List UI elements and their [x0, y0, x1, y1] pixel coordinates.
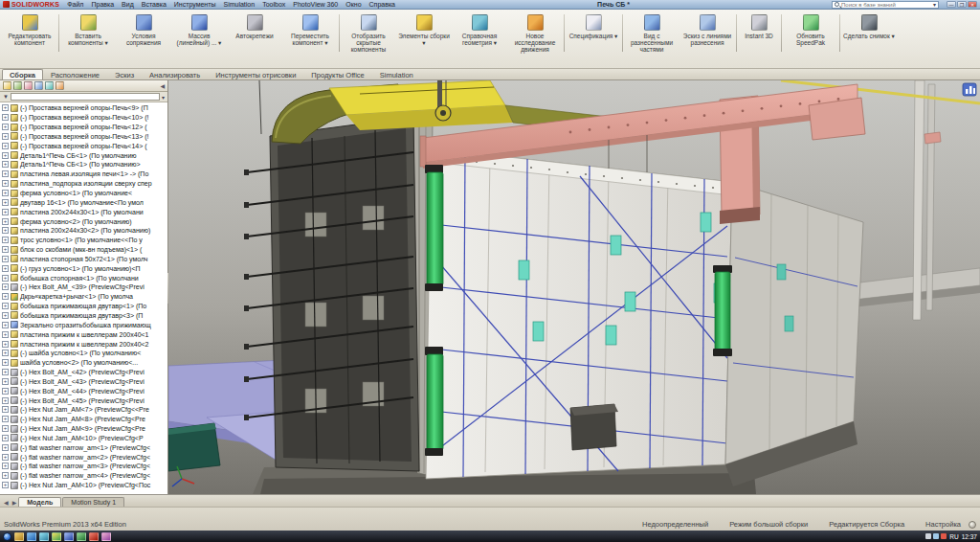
tree-expander-icon[interactable]: + [2, 397, 9, 404]
command-tab-3[interactable]: Эскиз [107, 69, 142, 79]
viewport-3d[interactable] [168, 80, 980, 494]
menu-item-5[interactable]: Инструменты [174, 1, 216, 8]
feature-tree-item[interactable]: +(-) Hex Nut Jam_AM<9> (PreviewCfg<Pre [2, 424, 167, 434]
tree-expander-icon[interactable]: + [2, 472, 9, 479]
panel-collapse-icon[interactable]: ◀ [160, 82, 165, 89]
task-pane-tab-icon[interactable] [963, 83, 976, 96]
tree-expander-icon[interactable]: + [2, 209, 9, 215]
command-tab-4[interactable]: Анализировать [142, 69, 208, 79]
search-dropdown-icon[interactable]: ▾ [933, 1, 936, 8]
feature-tree-item[interactable]: +пластина_подпорка изоляции сверху спер [2, 179, 167, 189]
model-tab-1[interactable]: Модель [18, 497, 61, 507]
feature-tree-item[interactable]: +пластина прижим к швеллерам 200x40<1 [2, 329, 167, 339]
tree-expander-icon[interactable]: + [2, 444, 9, 451]
feature-tree-filter[interactable]: ▼ ▾ [0, 92, 167, 102]
feature-tree-item[interactable]: +(-) Hex Bolt_AM_<39> (PreviewCfg<Previ [2, 282, 167, 292]
tree-expander-icon[interactable]: + [2, 170, 9, 177]
feature-tree-item[interactable]: +(-) Hex Nut Jam_AM<10> (PreviewCfg<Пос [2, 481, 167, 490]
feature-tree-item[interactable]: +(-) Hex Nut Jam_AM<7> (PreviewCfg<<Pre [2, 405, 167, 415]
displaymanager-icon[interactable] [45, 81, 54, 90]
propertymanager-icon[interactable] [13, 81, 22, 90]
feature-tree-item[interactable]: +бобышка стопорная<1> (По умолчани [2, 273, 167, 282]
tree-expander-icon[interactable]: + [2, 283, 9, 290]
menu-item-1[interactable]: Файл [67, 1, 83, 8]
ribbon-button-5[interactable]: Автокрепежи [227, 11, 282, 41]
feature-tree-item[interactable]: +(-) Проставка верхней опоры-Печь<13> (! [2, 132, 167, 142]
feature-tree-item[interactable]: +блок со скобами (мкк-вн подъема)<1> ( [2, 245, 167, 255]
menu-item-10[interactable]: Справка [369, 1, 395, 8]
antivirus-icon[interactable] [941, 533, 947, 539]
tree-expander-icon[interactable]: + [2, 218, 9, 225]
feature-tree-item[interactable]: +(-) Проставка верхней опоры-Печь<9> (П [2, 103, 167, 113]
feature-tree-item[interactable]: +(-) Hex Bolt_AM_<44> (PreviewCfg<Previ [2, 386, 167, 395]
tree-expander-icon[interactable]: + [2, 482, 9, 488]
tree-expander-icon[interactable]: + [2, 275, 9, 282]
tree-expander-icon[interactable]: + [2, 425, 9, 432]
taskbar-clock[interactable]: 12:37 [962, 533, 977, 540]
minimize-button[interactable]: — [947, 1, 956, 8]
tree-expander-icon[interactable]: + [2, 331, 9, 338]
tree-expander-icon[interactable]: + [2, 199, 9, 206]
volume-icon[interactable] [925, 533, 931, 539]
tree-expander-icon[interactable]: + [2, 237, 9, 243]
tree-expander-icon[interactable]: + [2, 265, 9, 272]
close-button[interactable]: ✕ [968, 1, 977, 8]
paint-icon[interactable] [101, 532, 111, 541]
ribbon-button-4[interactable]: Массив (линейный) ... ▾ [171, 11, 227, 48]
feature-tree-item[interactable]: +Зеркально отразитьбобышка прижимающ [2, 320, 167, 329]
tree-expander-icon[interactable]: + [2, 227, 9, 234]
ribbon-button-7[interactable]: Отобразить скрытые компоненты [341, 11, 396, 55]
excel-icon[interactable] [77, 532, 86, 541]
configurationmanager-icon[interactable] [24, 81, 33, 90]
tree-expander-icon[interactable]: + [2, 246, 9, 253]
tree-expander-icon[interactable]: + [2, 303, 9, 309]
tree-expander-icon[interactable]: + [2, 463, 9, 469]
feature-tree-item[interactable]: +ферма условно<2> (По умолчанию) [2, 216, 167, 226]
ribbon-button-6[interactable]: Переместить компонент ▾ [282, 11, 338, 48]
feature-tree-item[interactable]: +Деталь1^Печь СБ<1> (По умолчанию [2, 150, 167, 160]
ribbon-button-12[interactable]: Вид с разнесенными частями [624, 11, 679, 55]
feature-tree-item[interactable]: +пластина стопорная 50x72<1> (По умолч [2, 255, 167, 264]
solidworks-icon[interactable] [89, 532, 99, 541]
tree-expander-icon[interactable]: + [2, 341, 9, 348]
tab-scroll-left-icon[interactable]: ◀ [2, 499, 11, 507]
filter-funnel-icon[interactable]: ▼ [3, 94, 9, 100]
feature-tree-item[interactable]: +бобышка прижимающая двутавр<1> (По [2, 302, 167, 311]
feature-tree-item[interactable]: +пластина 200x244x30<2> (По умолчанию) [2, 226, 167, 236]
tree-expander-icon[interactable]: + [2, 388, 9, 395]
ribbon-button-3[interactable]: Условия сопряжения [116, 11, 171, 48]
office-products-icon[interactable] [56, 81, 64, 90]
feature-tree-item[interactable]: +пластина прижим к швеллерам 200x40<2 [2, 339, 167, 349]
feature-tree-item[interactable]: +(-) flat washer narrow_am<1> (PreviewCf… [2, 442, 167, 452]
command-tab-1[interactable]: Сборка [2, 69, 43, 79]
tree-expander-icon[interactable]: + [2, 143, 9, 149]
feature-tree-item[interactable]: +(-) Проставка верхней опоры-Печь<14> ( [2, 141, 167, 150]
tree-expander-icon[interactable]: + [2, 161, 9, 168]
tree-expander-icon[interactable]: + [2, 256, 9, 262]
command-tab-5[interactable]: Инструменты отрисовки [208, 69, 303, 79]
ribbon-button-9[interactable]: Справочная геометрия ▾ [452, 11, 507, 48]
ribbon-button-14[interactable]: Instant 3D [738, 11, 780, 41]
feature-tree-item[interactable]: +двутавр 16<1> (По умолчание<По умол [2, 197, 167, 207]
tab-scroll-right-icon[interactable]: ▶ [11, 499, 19, 507]
tree-expander-icon[interactable]: + [2, 190, 9, 196]
menu-item-3[interactable]: Вид [122, 1, 134, 8]
maximize-button[interactable]: ❐ [957, 1, 967, 8]
feature-tree-item[interactable]: +(-) flat washer narrow_am<4> (PreviewCf… [2, 471, 167, 481]
tree-expander-icon[interactable]: + [2, 312, 9, 319]
tree-expander-icon[interactable]: + [2, 133, 9, 140]
chrome-icon[interactable] [52, 532, 61, 541]
tree-expander-icon[interactable]: + [2, 416, 9, 422]
tree-expander-icon[interactable]: + [2, 454, 9, 461]
feature-tree-item[interactable]: +(-) flat washer narrow_am<3> (PreviewCf… [2, 462, 167, 471]
menu-item-8[interactable]: PhotoView 360 [293, 1, 338, 8]
status-settings-icon[interactable] [969, 521, 976, 529]
feature-tree-item[interactable]: +(-) flat washer narrow_am<2> (PreviewCf… [2, 452, 167, 462]
menu-item-9[interactable]: Окно [345, 1, 361, 8]
tree-expander-icon[interactable]: + [2, 322, 9, 328]
feature-tree-item[interactable]: +(-) Hex Bolt_AM_<42> (PreviewCfg<Previ [2, 368, 167, 377]
explorer-folder-icon[interactable] [14, 532, 24, 541]
ribbon-button-10[interactable]: Новое исследование движения [507, 11, 563, 55]
tree-expander-icon[interactable]: + [2, 293, 9, 300]
feature-tree-item[interactable]: +(-) Hex Nut Jam_AM<10> (PreviewCfg<P [2, 434, 167, 443]
